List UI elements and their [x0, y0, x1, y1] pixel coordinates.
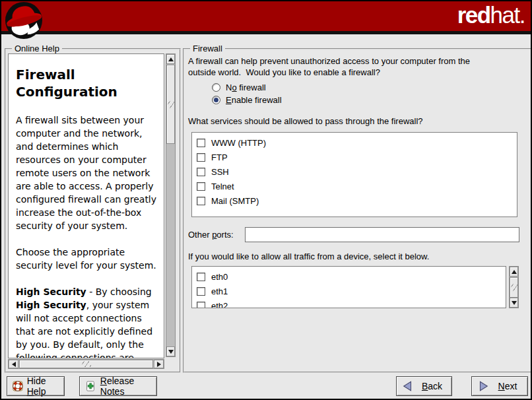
help-vertical-scrollbar[interactable] [166, 53, 176, 357]
checkbox-icon[interactable] [197, 139, 205, 147]
help-paragraph: High Security - By choosing High Securit… [16, 285, 157, 358]
help-paragraph: A firewall sits between your computer an… [16, 114, 157, 232]
release-notes-button[interactable]: Release Notes [79, 376, 157, 396]
devices-vertical-scrollbar[interactable] [509, 266, 519, 308]
scroll-left-button[interactable] [9, 360, 18, 368]
installer-window: redhat. Online Help Firewall Configurati… [0, 0, 532, 400]
service-label: FTP [211, 152, 228, 162]
service-row-telnet[interactable]: Telnet [192, 179, 517, 193]
services-list[interactable]: WWW (HTTP) FTP SSH Telnet Mail (SMTP) [191, 132, 517, 217]
checkbox-icon[interactable] [197, 153, 205, 162]
checkbox-icon[interactable] [197, 197, 205, 205]
arrow-down-icon [168, 350, 174, 354]
device-label: eth2 [211, 301, 228, 309]
radio-enable-firewall-label: Enable firewall [226, 95, 282, 105]
checkbox-icon[interactable] [197, 273, 205, 281]
firewall-intro-text: A firewall can help prevent unauthorized… [188, 55, 518, 78]
next-arrow-icon [477, 380, 489, 392]
next-button[interactable]: Next [471, 376, 528, 396]
firewall-frame: Firewall A firewall can help prevent una… [183, 48, 532, 373]
scrollbar-thumb[interactable] [166, 65, 175, 144]
devices-question: If you would like to allow all traffic f… [188, 251, 429, 262]
help-title: Firewall Configuration [16, 66, 157, 100]
checkbox-icon[interactable] [197, 168, 205, 176]
checkbox-icon[interactable] [197, 182, 205, 191]
help-horizontal-scrollbar[interactable] [8, 359, 164, 369]
service-label: Mail (SMTP) [211, 196, 259, 206]
device-row-eth1[interactable]: eth1 [192, 284, 506, 298]
header-banner [1, 1, 531, 34]
arrow-down-icon [512, 301, 517, 305]
release-notes-icon [85, 380, 96, 393]
redhat-shadowman-logo-icon [5, 1, 43, 40]
firewall-frame-label: Firewall [190, 44, 225, 53]
back-arrow-icon [402, 380, 414, 392]
life-preserver-icon [13, 380, 23, 393]
hide-help-label: Hide Help [27, 376, 59, 397]
arrow-left-icon [12, 362, 16, 367]
release-notes-label: Release Notes [100, 376, 151, 397]
scroll-right-button[interactable] [154, 360, 164, 368]
device-row-eth0[interactable]: eth0 [192, 269, 506, 284]
service-row-mail[interactable]: Mail (SMTP) [192, 193, 517, 208]
service-label: Telnet [211, 182, 234, 191]
checkbox-icon[interactable] [197, 287, 205, 296]
checkbox-icon[interactable] [197, 302, 205, 309]
hide-help-button[interactable]: Hide Help [7, 376, 65, 396]
radio-no-firewall-label: No firewall [226, 83, 266, 92]
service-row-ftp[interactable]: FTP [192, 150, 517, 164]
thumb-grip-icon [511, 284, 517, 291]
scroll-up-button[interactable] [166, 54, 175, 64]
radio-enable-firewall[interactable]: Enable firewall [212, 95, 282, 105]
scrollbar-thumb[interactable] [510, 277, 518, 298]
other-ports-input[interactable] [245, 227, 519, 242]
help-paragraph: Choose the appropriate security level fo… [16, 246, 157, 272]
devices-list[interactable]: eth0 eth1 eth2 [191, 266, 506, 308]
radio-button-icon[interactable] [212, 83, 220, 92]
device-label: eth1 [211, 286, 228, 296]
help-text-viewport: Firewall Configuration A firewall sits b… [8, 53, 164, 358]
services-question: What services should be allowed to pass … [188, 116, 423, 127]
back-button[interactable]: Back [396, 376, 452, 396]
thumb-grip-icon [168, 101, 174, 108]
service-row-ssh[interactable]: SSH [192, 164, 517, 179]
next-label: Next [493, 381, 522, 391]
device-row-eth2[interactable]: eth2 [192, 298, 506, 308]
arrow-up-icon [168, 57, 174, 61]
online-help-frame-label: Online Help [12, 44, 62, 53]
scrollbar-thumb[interactable] [19, 360, 153, 368]
scroll-up-button[interactable] [510, 267, 518, 277]
redhat-wordmark: redhat. [457, 0, 525, 31]
scroll-down-button[interactable] [166, 347, 175, 356]
radio-button-selected-icon[interactable] [212, 96, 220, 104]
service-row-www[interactable]: WWW (HTTP) [192, 135, 517, 150]
scroll-down-button[interactable] [510, 298, 518, 308]
arrow-right-icon [157, 362, 161, 367]
service-label: SSH [211, 167, 229, 177]
online-help-frame: Online Help Firewall Configuration A fir… [5, 48, 181, 373]
back-label: Back [418, 381, 446, 391]
service-label: WWW (HTTP) [211, 138, 266, 148]
radio-no-firewall[interactable]: No firewall [212, 83, 266, 92]
thumb-grip-icon [82, 361, 91, 367]
arrow-up-icon [512, 270, 517, 274]
device-label: eth0 [211, 272, 228, 282]
other-ports-label: Other ports: [188, 230, 245, 240]
